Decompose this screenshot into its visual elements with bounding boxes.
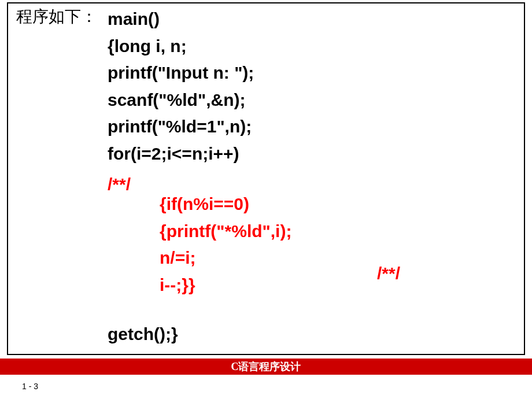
slide-box: 程序如下： main() {long i, n; printf("Input n… bbox=[7, 2, 525, 355]
code-block-main: main() {long i, n; printf("Input n: "); … bbox=[108, 6, 254, 167]
code-block-red: {if(n%i==0) {printf("*%ld",i); n/=i; i--… bbox=[160, 191, 291, 298]
code-line-last: getch();} bbox=[108, 324, 178, 344]
comment-marker-close: /**/ bbox=[377, 264, 400, 283]
code-line-6: for(i=2;i<=n;i++) bbox=[108, 141, 254, 168]
footer-bar: C语言程序设计 bbox=[0, 359, 532, 375]
code-line-3: printf("Input n: "); bbox=[108, 60, 254, 87]
code-line-2: {long i, n; bbox=[108, 33, 254, 60]
red-line-1: {if(n%i==0) bbox=[160, 191, 291, 218]
comment-marker-open: /**/ bbox=[108, 175, 131, 194]
code-line-1: main() bbox=[108, 6, 254, 33]
red-line-2: {printf("*%ld",i); bbox=[160, 218, 291, 245]
page-number: 1 - 3 bbox=[22, 382, 38, 391]
code-line-5: printf("%ld=1",n); bbox=[108, 113, 254, 141]
code-line-4: scanf("%ld",&n); bbox=[108, 87, 254, 114]
red-line-3: n/=i; bbox=[160, 245, 291, 272]
red-line-4: i--;}} bbox=[160, 272, 291, 299]
intro-label: 程序如下： bbox=[16, 6, 97, 28]
